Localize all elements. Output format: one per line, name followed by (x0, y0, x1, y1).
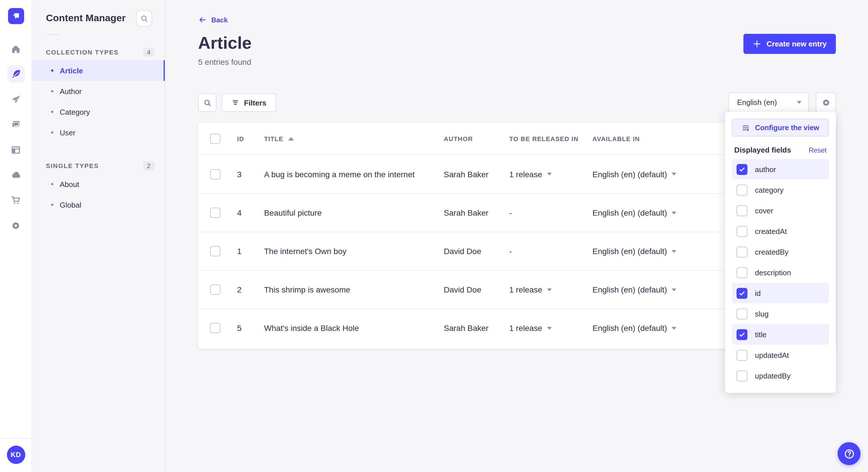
filters-button[interactable]: Filters (222, 94, 276, 112)
cell-id: 4 (237, 208, 264, 217)
sidebar-item-user[interactable]: User (32, 122, 165, 143)
checkbox[interactable] (737, 164, 747, 175)
column-header-title[interactable]: TITLE (264, 135, 444, 142)
sidebar-item-author[interactable]: Author (32, 81, 165, 102)
cell-releases-dropdown[interactable]: 1 release (509, 169, 592, 179)
home-icon[interactable] (7, 40, 24, 57)
chevron-down-icon (672, 288, 676, 291)
field-option-id[interactable]: id (732, 283, 829, 303)
collection-types-count-badge: 4 (143, 47, 154, 57)
check-icon (738, 289, 746, 297)
question-circle-icon (844, 448, 855, 459)
chevron-down-icon (672, 327, 676, 330)
user-avatar[interactable]: KD (7, 446, 25, 464)
cell-author: Sarah Baker (444, 324, 509, 333)
checkbox[interactable] (737, 226, 747, 237)
cell-title: This shrimp is awesome (264, 285, 444, 294)
strapi-logo-icon (11, 11, 20, 21)
media-library-images-icon[interactable] (7, 116, 24, 133)
cell-author: Sarah Baker (444, 169, 509, 179)
create-new-entry-button[interactable]: Create new entry (743, 34, 836, 54)
cell-releases-dropdown[interactable]: 1 release (509, 285, 592, 294)
view-settings-gear-button[interactable] (816, 92, 836, 112)
chevron-down-icon (797, 101, 801, 104)
checkbox[interactable] (737, 308, 747, 319)
cell-title: The internet's Own boy (264, 247, 444, 256)
cell-releases-dropdown[interactable]: 1 release (509, 324, 592, 333)
configure-the-view-button[interactable]: Configure the view (732, 119, 829, 136)
rail-nav-items (7, 40, 24, 234)
field-option-updatedBy[interactable]: updatedBy (732, 365, 829, 386)
field-option-author[interactable]: author (732, 159, 829, 179)
field-option-category[interactable]: category (732, 179, 829, 200)
chevron-down-icon (672, 250, 676, 252)
row-checkbox[interactable] (210, 208, 220, 218)
subnav-search-button[interactable] (136, 10, 152, 26)
cell-id: 5 (237, 324, 264, 333)
cell-id: 1 (237, 247, 264, 256)
chevron-down-icon (547, 327, 551, 330)
entries-count: 5 entries found (198, 57, 251, 67)
field-option-createdBy[interactable]: createdBy (732, 241, 829, 262)
single-types-count-badge: 2 (143, 161, 154, 170)
cell-title: What's inside a Black Hole (264, 324, 444, 333)
subnav-divider (46, 34, 60, 35)
field-option-description[interactable]: description (732, 262, 829, 283)
filter-icon (231, 99, 239, 107)
table-search-button[interactable] (198, 94, 216, 112)
section-label-single-types: SINGLE TYPES (46, 162, 99, 169)
checkbox[interactable] (737, 184, 747, 195)
row-checkbox[interactable] (210, 323, 220, 333)
checkbox[interactable] (737, 267, 747, 278)
check-icon (738, 165, 746, 173)
field-option-updatedAt[interactable]: updatedAt (732, 345, 829, 365)
column-header-id[interactable]: ID (237, 135, 264, 142)
column-header-author: AUTHOR (444, 135, 509, 142)
sidebar-item-about[interactable]: About (32, 174, 165, 194)
row-checkbox[interactable] (210, 169, 220, 179)
back-link[interactable]: Back (198, 15, 228, 24)
chevron-down-icon (672, 211, 676, 214)
app-root: KD Content Manager COLLECTION TYPES 4 Ar… (0, 0, 868, 472)
content-manager-feather-icon[interactable] (7, 65, 24, 82)
sidebar-item-global[interactable]: Global (32, 194, 165, 215)
plus-icon (753, 40, 761, 48)
select-all-checkbox[interactable] (210, 133, 220, 144)
cell-id: 3 (237, 169, 264, 179)
bullet-icon (51, 183, 53, 185)
help-button[interactable] (838, 442, 861, 465)
checkbox[interactable] (737, 246, 747, 257)
field-option-createdAt[interactable]: createdAt (732, 221, 829, 241)
settings-gear-icon[interactable] (7, 217, 24, 234)
row-checkbox[interactable] (210, 284, 220, 295)
column-header-to-be-released-in: TO BE RELEASED IN (509, 135, 592, 142)
releases-paper-plane-icon[interactable] (7, 91, 24, 108)
checkbox[interactable] (737, 329, 747, 340)
field-option-title[interactable]: title (732, 324, 829, 345)
locale-select[interactable]: English (en) (728, 92, 809, 112)
chevron-down-icon (547, 173, 551, 175)
arrow-left-icon (198, 15, 207, 24)
deploy-cloud-icon[interactable] (7, 166, 24, 183)
field-option-cover[interactable]: cover (732, 200, 829, 221)
row-checkbox[interactable] (210, 246, 220, 256)
checkbox[interactable] (737, 370, 747, 381)
content-type-builder-layout-icon[interactable] (7, 141, 24, 158)
sidebar-item-category[interactable]: Category (32, 102, 165, 122)
page-title: Article (198, 33, 252, 53)
cell-releases-dropdown[interactable]: - (509, 247, 592, 256)
chevron-down-icon (672, 173, 676, 175)
sidebar-item-article[interactable]: Article (32, 60, 165, 81)
cell-releases-dropdown[interactable]: - (509, 208, 592, 217)
checkbox[interactable] (737, 288, 747, 299)
strapi-logo[interactable] (8, 8, 24, 24)
checkbox[interactable] (737, 349, 747, 361)
bullet-icon (51, 131, 53, 134)
checkbox[interactable] (737, 205, 747, 216)
reset-button[interactable]: Reset (809, 146, 827, 154)
subnav-title: Content Manager (46, 12, 126, 24)
marketplace-cart-icon[interactable] (7, 192, 24, 209)
rail-footer: KD (0, 438, 32, 472)
bullet-icon (51, 204, 53, 206)
field-option-slug[interactable]: slug (732, 303, 829, 324)
